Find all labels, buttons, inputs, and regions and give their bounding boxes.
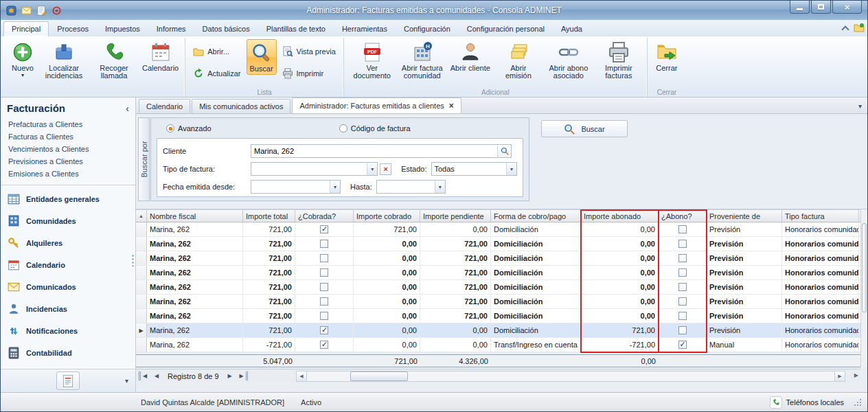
table-row[interactable]: ▶Marina, 262721,000,000,00Domiciliación7… xyxy=(136,323,860,338)
doc-tab-calendario[interactable]: Calendario xyxy=(139,99,190,113)
ribbon-tab-configuración[interactable]: Configuración xyxy=(396,21,459,36)
column-header-abonado[interactable]: Importe abonado xyxy=(581,210,659,222)
checkbox[interactable] xyxy=(678,297,687,306)
checkbox[interactable] xyxy=(678,268,687,277)
collapse-ribbon-icon[interactable] xyxy=(841,25,849,33)
checkbox[interactable] xyxy=(320,297,328,306)
column-header-proveniente[interactable]: Proveniente de xyxy=(707,210,782,222)
abrir-emision-button[interactable]: Abrir emisión xyxy=(494,39,542,81)
calendario-button[interactable]: Calendario xyxy=(140,39,181,73)
estado-combo[interactable]: Todas ▾ xyxy=(431,162,518,176)
checkbox[interactable] xyxy=(678,312,687,320)
tipo-factura-combo[interactable]: ▾ xyxy=(251,162,378,176)
last-record-button[interactable]: ▶ xyxy=(237,371,248,381)
ribbon-tab-impuestos[interactable]: Impuestos xyxy=(97,21,148,36)
ribbon-tab-plantillas-de-texto[interactable]: Plantillas de texto xyxy=(258,21,334,36)
first-record-button[interactable]: ◀ xyxy=(139,371,150,381)
checkbox[interactable] xyxy=(320,326,328,334)
checkbox[interactable] xyxy=(678,283,687,291)
table-row[interactable]: Marina, 262721,000,00721,00Domiciliación… xyxy=(136,295,860,309)
splitter-handle[interactable] xyxy=(132,254,134,266)
table-row[interactable]: Marina, 262-721,000,000,00Transf/Ingreso… xyxy=(136,338,860,352)
sidebar-link-vencimientos-a-clientes[interactable]: Vencimientos a Clientes xyxy=(1,143,135,155)
checkbox[interactable] xyxy=(320,312,328,320)
sidebar-item-alquileres[interactable]: Alquileres xyxy=(1,232,135,254)
abrir-cliente-button[interactable]: Abrir cliente xyxy=(448,39,492,73)
doc-tab-administrador-facturas-emitidas-a-clientes[interactable]: Administrador: Facturas emitidas a clien… xyxy=(292,98,461,113)
table-row[interactable]: Marina, 262721,000,00721,00Domiciliación… xyxy=(136,280,860,295)
fecha-hasta-combo[interactable]: ▾ xyxy=(376,180,446,194)
column-header-pendiente[interactable]: Importe pendiente xyxy=(420,210,491,222)
table-row[interactable]: Marina, 262721,000,00721,00Domiciliación… xyxy=(136,251,860,266)
radio-codigo-factura[interactable]: Código de factura xyxy=(339,124,411,133)
buscar-button[interactable]: Buscar xyxy=(541,120,628,137)
close-tab-icon[interactable]: × xyxy=(449,102,454,110)
close-button[interactable]: × xyxy=(832,1,862,14)
scroll-far-right-icon[interactable]: ▶ xyxy=(854,372,858,378)
column-header-abono[interactable]: ¿Abono? xyxy=(659,210,707,222)
nuevo-button[interactable]: Nuevo ▾ xyxy=(8,39,38,79)
abrir-factura-comunidad-button[interactable]: H Abrir factura comunidad xyxy=(398,39,446,81)
buscar-ribbon-button[interactable]: Buscar xyxy=(247,39,277,75)
resize-grip[interactable] xyxy=(854,398,862,407)
sidebar-link-previsiones-a-clientes[interactable]: Previsiones a Clientes xyxy=(1,155,135,168)
doc-tab-mis-comunicados-activos[interactable]: Mis comunicados activos xyxy=(192,99,290,113)
checkbox[interactable] xyxy=(320,254,328,262)
vertical-scrollbar[interactable] xyxy=(860,209,867,367)
ribbon-tab-herramientas[interactable]: Herramientas xyxy=(334,21,396,36)
abrir-abono-asociado-button[interactable]: Abrir abono asociado xyxy=(545,39,593,81)
record-icon[interactable] xyxy=(50,4,62,16)
sort-indicator-icon[interactable]: ▲ xyxy=(136,210,147,222)
collapse-sidebar-icon[interactable]: ‹ xyxy=(126,102,129,114)
checkbox[interactable] xyxy=(678,225,687,233)
checkbox[interactable] xyxy=(320,240,328,248)
prev-record-button[interactable]: ◀ xyxy=(151,371,162,381)
lookup-icon[interactable] xyxy=(497,145,511,157)
column-header-tipo[interactable]: Tipo factura xyxy=(782,210,859,222)
ribbon-tab-configuración-personal[interactable]: Configuración personal xyxy=(459,21,553,36)
ribbon-tab-procesos[interactable]: Procesos xyxy=(49,21,97,36)
minimize-button[interactable] xyxy=(790,1,810,14)
table-row[interactable]: Marina, 262721,000,00721,00Domiciliación… xyxy=(136,237,860,251)
note-icon[interactable] xyxy=(35,4,47,16)
mail-icon[interactable] xyxy=(20,4,32,16)
sidebar-item-notificaciones[interactable]: Notificaciones xyxy=(1,320,135,342)
sidebar-item-incidencias[interactable]: Incidencias xyxy=(1,298,135,320)
scrollbar-thumb[interactable] xyxy=(350,371,408,381)
ribbon-tab-informes[interactable]: Informes xyxy=(148,21,194,36)
help-folder-icon[interactable] xyxy=(854,23,865,34)
sidebar-link-facturas-a-clientes[interactable]: Facturas a Clientes xyxy=(1,130,135,143)
cerrar-button[interactable]: Cerrar xyxy=(652,39,682,73)
checkbox[interactable] xyxy=(320,268,328,277)
sidebar-item-comunidades[interactable]: Comunidades xyxy=(1,210,135,232)
checkbox[interactable] xyxy=(678,326,687,334)
column-header-cobrado[interactable]: Importe cobrado xyxy=(354,210,420,222)
sidebar-link-prefacturas-a-clientes[interactable]: Prefacturas a Clientes xyxy=(1,118,135,130)
scroll-left-icon[interactable]: ◀ xyxy=(297,371,307,381)
ver-documento-button[interactable]: PDF Ver documento xyxy=(348,39,396,81)
column-header-forma[interactable]: Forma de cobro/pago xyxy=(491,210,581,222)
clear-icon[interactable]: × xyxy=(380,163,391,175)
ribbon-tab-principal[interactable]: Principal xyxy=(3,21,49,36)
table-row[interactable]: Marina, 262721,00721,000,00Domiciliación… xyxy=(136,222,860,237)
ribbon-tab-datos-básicos[interactable]: Datos básicos xyxy=(194,21,258,36)
actualizar-button[interactable]: Actualizar xyxy=(190,67,244,80)
status-phones-label[interactable]: Teléfonos locales xyxy=(786,398,844,407)
sidebar-item-entidades-generales[interactable]: Entidades generales xyxy=(1,188,135,210)
sidebar-item-comunicados[interactable]: Comunicados xyxy=(1,276,135,298)
recoger-llamada-button[interactable]: Recoger llamada xyxy=(90,39,138,81)
sidebar-item-calendario[interactable]: Calendario xyxy=(1,254,135,276)
fecha-desde-combo[interactable]: ▾ xyxy=(251,180,341,194)
column-header-cobrada[interactable]: ¿Cobrada? xyxy=(295,210,354,222)
horizontal-scrollbar[interactable]: ◀ ▶ xyxy=(296,371,845,382)
checkbox[interactable] xyxy=(320,341,328,349)
search-mode-strip[interactable]: Buscar por xyxy=(138,117,150,201)
sidebar-item-contabilidad[interactable]: Contabilidad xyxy=(1,342,135,364)
checkbox[interactable] xyxy=(678,240,687,248)
radio-avanzado[interactable]: Avanzado xyxy=(166,124,212,133)
document-view-button[interactable] xyxy=(56,371,80,390)
next-record-button[interactable]: ▶ xyxy=(225,371,236,381)
cliente-input[interactable] xyxy=(251,145,497,157)
maximize-button[interactable] xyxy=(811,1,831,14)
abrir-button[interactable]: Abrir... xyxy=(190,45,244,58)
